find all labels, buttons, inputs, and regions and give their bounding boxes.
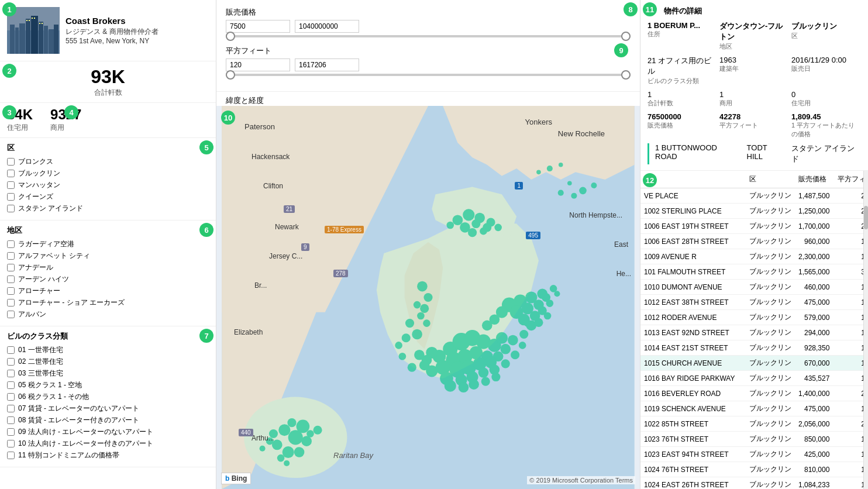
table-row[interactable]: 1016 BAY RIDGE PARKWAY ブルックリン 435,527 1,… [640, 371, 863, 386]
table-row[interactable]: 1019 SCHENCK AVENUE ブルックリン 475,000 1,088 [640, 401, 863, 416]
svg-rect-14 [34, 18, 35, 19]
sqft-slider-right[interactable] [621, 70, 631, 80]
svg-point-82 [519, 330, 528, 339]
svg-rect-15 [39, 23, 40, 24]
table-row[interactable]: 1002 STERLING PLACE ブルックリン 1,250,000 2,8… [640, 204, 863, 219]
table-wrapper[interactable]: 12 区 販売価格 平方フィート VE PLACE ブルックリン 1,487,5… [640, 171, 863, 489]
cell-sqft: 2,075 [834, 188, 863, 204]
sqft-slider-left[interactable] [226, 70, 235, 80]
queens-checkbox[interactable] [7, 193, 15, 201]
table-row[interactable]: 1010 DUMONT AVENUE ブルックリン 460,000 1,116 [640, 280, 863, 295]
cell-price: 1,250,000 [795, 204, 834, 219]
bronx-checkbox[interactable] [7, 158, 15, 166]
cell-address: 1006 EAST 28TH STREET [640, 234, 746, 249]
table-row[interactable]: 1014 EAST 21ST STREET ブルックリン 928,350 1,9… [640, 340, 863, 356]
cell-sqft: 1,504 [834, 234, 863, 249]
detail-office: 21 オフィス用のビル [647, 56, 717, 77]
table-row[interactable]: 1013 EAST 92ND STREET ブルックリン 294,000 1,9… [640, 325, 863, 340]
map-area[interactable]: 10 [216, 106, 640, 489]
detail-neighborhood-cell: ダウンタウン-フルトン 地区 [719, 21, 789, 51]
class-filter-title: ビルのクラス分類 [7, 331, 209, 342]
sqft-min-input[interactable] [226, 58, 290, 71]
svg-rect-5 [26, 19, 30, 54]
filter-queens[interactable]: クイーンズ [7, 192, 209, 202]
detail-pricepersqft: 1,809.45 [791, 112, 861, 121]
price-max-input[interactable] [295, 20, 359, 33]
staten-checkbox[interactable] [7, 205, 15, 212]
brooklyn-checkbox[interactable] [7, 170, 15, 177]
col-price[interactable]: 販売価格 [795, 171, 834, 188]
svg-point-53 [500, 344, 511, 354]
filter-brooklyn[interactable]: ブルックリン [7, 168, 209, 178]
cell-sqft: 2,885 [834, 204, 863, 219]
svg-point-104 [554, 291, 560, 297]
table-row[interactable]: 1009 AVENUE R ブルックリン 2,300,000 1,730 [640, 249, 863, 264]
cell-price: 928,350 [795, 340, 834, 356]
detail-residential-cell: 0 住宅用 [791, 90, 861, 108]
price-min-input[interactable] [226, 20, 290, 33]
badge-5: 5 [199, 140, 213, 154]
detail-borough-key: 区 [791, 32, 861, 40]
filter-manhattan[interactable]: マンハッタン [7, 180, 209, 190]
filter-staten[interactable]: スタテン アイランド [7, 204, 209, 213]
cell-price: 850,000 [795, 432, 834, 447]
detail-borough-cell: ブルックリン 区 [791, 21, 861, 51]
detail-pricepersqft-key: 1 平方フィートあたりの価格 [791, 121, 861, 139]
table-row[interactable]: 1006 EAST 19TH STREET ブルックリン 1,700,000 2… [640, 219, 863, 234]
table-row[interactable]: 101 FALMOUTH STREET ブルックリン 1,565,000 3,6… [640, 264, 863, 280]
svg-point-79 [402, 333, 411, 342]
cell-address: 101 FALMOUTH STREET [640, 264, 746, 280]
svg-point-114 [480, 228, 487, 235]
sqft-range-inputs[interactable] [226, 58, 631, 71]
sqft-max-input[interactable] [295, 58, 359, 71]
table-row[interactable]: 1012 EAST 38TH STREET ブルックリン 475,000 1,2… [640, 295, 863, 310]
total-value: 93K [91, 66, 125, 88]
svg-point-25 [278, 424, 290, 436]
cell-price: 2,056,000 [795, 416, 834, 432]
table-row[interactable]: 1006 EAST 28TH STREET ブルックリン 960,000 1,5… [640, 234, 863, 249]
table-row[interactable]: 1023 76TH STREET ブルックリン 850,000 1,288 [640, 432, 863, 447]
map-label-elizabeth: Elizabeth [234, 328, 263, 336]
filter-bronx[interactable]: ブロンクス [7, 157, 209, 167]
residential-label: 住宅用 [7, 123, 28, 133]
data-table: 区 販売価格 平方フィート VE PLACE ブルックリン 1,487,500 … [640, 171, 863, 489]
svg-point-76 [491, 373, 500, 381]
cell-price: 1,084,233 [795, 477, 834, 490]
table-row[interactable]: 1024 EAST 26TH STREET ブルックリン 1,084,233 1… [640, 477, 863, 490]
sqft-label: 平方フィート [226, 46, 631, 56]
scrollbar-thumb[interactable] [864, 206, 868, 229]
table-row[interactable]: 1015 CHURCH AVENUE ブルックリン 670,000 1,806 [640, 356, 863, 371]
cell-address: 1024 EAST 26TH STREET [640, 477, 746, 490]
table-row[interactable]: 1016 BEVERLEY ROAD ブルックリン 1,400,000 2,96… [640, 386, 863, 401]
svg-point-80 [395, 342, 402, 349]
svg-point-45 [496, 332, 508, 344]
svg-point-35 [306, 430, 314, 438]
cell-sqft: 2,762 [834, 219, 863, 234]
detail-residential-key: 住宅用 [791, 99, 861, 108]
col-district[interactable]: 区 [746, 171, 795, 188]
scrollbar[interactable] [863, 171, 868, 489]
table-row[interactable]: 1023 EAST 94TH STREET ブルックリン 425,000 1,2… [640, 447, 863, 462]
cell-price: 475,000 [795, 401, 834, 416]
svg-point-81 [399, 353, 407, 360]
manhattan-checkbox[interactable] [7, 181, 15, 189]
table-row[interactable]: 1022 85TH STREET ブルックリン 2,056,000 2,565 [640, 416, 863, 432]
svg-point-120 [423, 319, 430, 327]
table-row[interactable]: VE PLACE ブルックリン 1,487,500 2,075 [640, 188, 863, 204]
svg-point-96 [546, 299, 554, 307]
table-body: VE PLACE ブルックリン 1,487,500 2,075 1002 STE… [640, 188, 863, 490]
table-row[interactable]: 1012 RODER AVENUE ブルックリン 579,000 1,184 [640, 310, 863, 325]
col-sqft[interactable]: 平方フィート [834, 171, 863, 188]
price-slider-right[interactable] [621, 32, 631, 41]
table-row[interactable]: 1024 76TH STREET ブルックリン 810,000 1,170 [640, 462, 863, 477]
svg-point-37 [284, 460, 290, 466]
price-range-inputs[interactable] [226, 20, 631, 33]
cell-address: 1023 76TH STREET [640, 432, 746, 447]
cell-district: ブルックリン [746, 188, 795, 204]
detail-borough: ブルックリン [791, 21, 861, 32]
cell-address: 1023 EAST 94TH STREET [640, 447, 746, 462]
price-slider-left[interactable] [226, 32, 235, 41]
highway-495: 495 [526, 232, 540, 239]
highway-9: 9 [301, 243, 309, 251]
detail-saleprice-cell: 76500000 販売価格 [647, 112, 717, 139]
